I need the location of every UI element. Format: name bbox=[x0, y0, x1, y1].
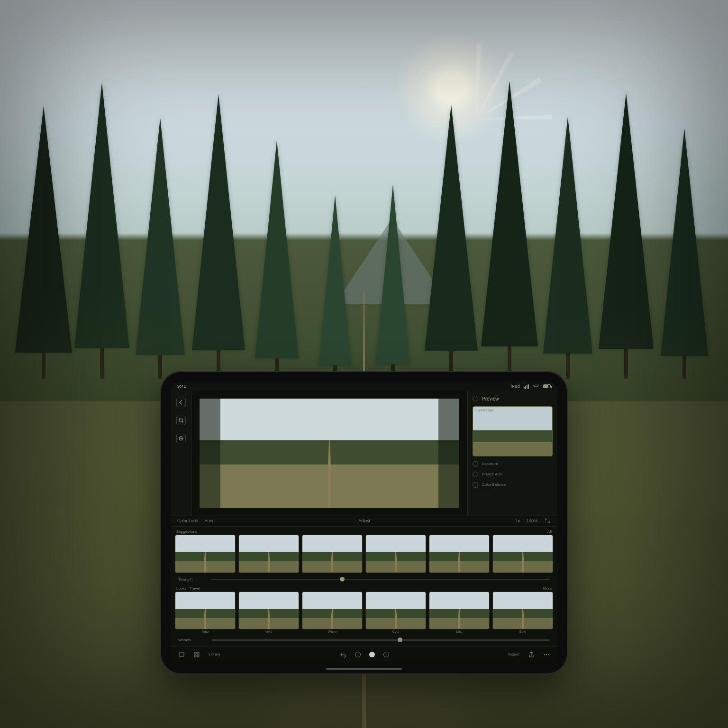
strip1-title: Suggestions bbox=[176, 529, 197, 534]
grid-icon[interactable] bbox=[193, 651, 200, 658]
adjust-icon[interactable] bbox=[176, 434, 186, 443]
tablet-device: 9:41 iPad bbox=[160, 371, 568, 674]
thumb[interactable] bbox=[302, 535, 362, 573]
thumb[interactable] bbox=[175, 535, 235, 573]
back-icon[interactable] bbox=[176, 398, 186, 407]
strip2-title: Looks · Travel bbox=[176, 586, 200, 591]
signal-icon bbox=[524, 384, 529, 389]
thumb-label: Cool bbox=[366, 630, 426, 633]
editor-area: Preview Landscape Exposure Preset: Auto bbox=[171, 391, 557, 516]
thumb[interactable] bbox=[239, 535, 299, 573]
svg-point-4 bbox=[548, 654, 549, 655]
preset-icon bbox=[473, 472, 478, 477]
wifi-icon bbox=[533, 383, 539, 390]
infostrip-center: Adjust bbox=[358, 519, 370, 523]
thumb[interactable] bbox=[493, 592, 553, 629]
info-strip: Color Look Auto Adjust 1x 100% bbox=[171, 516, 557, 527]
slider-warmth-label: Warmth bbox=[178, 638, 207, 642]
inspector-thumbnail[interactable] bbox=[473, 406, 553, 456]
thumb-label: Vivid bbox=[239, 630, 299, 633]
inspector-title: Preview bbox=[482, 396, 499, 401]
slider-handle[interactable] bbox=[340, 577, 345, 582]
strip2-thumbs: Auto Vivid Warm Cool Mist Bold bbox=[175, 592, 553, 634]
thumb[interactable] bbox=[175, 592, 235, 629]
app-screen: 9:41 iPad bbox=[171, 382, 557, 662]
strip1-more[interactable]: All bbox=[547, 529, 552, 534]
inspector-row-color[interactable]: Color Balance bbox=[473, 482, 553, 488]
preview-photo bbox=[200, 399, 459, 508]
thumb[interactable] bbox=[366, 535, 426, 573]
bottom-dock: Library Export bbox=[171, 646, 557, 662]
color-label: Color Balance bbox=[482, 482, 506, 487]
crop-icon[interactable] bbox=[176, 416, 186, 425]
status-bar: 9:41 iPad bbox=[171, 382, 557, 391]
svg-point-2 bbox=[544, 654, 545, 655]
preset-label: Preset: Auto bbox=[482, 472, 503, 476]
infostrip-zoom-pct[interactable]: 100% bbox=[527, 519, 537, 523]
battery-icon bbox=[543, 384, 551, 388]
expand-icon[interactable] bbox=[544, 518, 551, 524]
exposure-icon bbox=[473, 461, 478, 467]
filmstrip-row-2: Looks · Travel More Auto Vivid Warm Cool… bbox=[175, 586, 553, 634]
status-carrier: iPad bbox=[511, 384, 520, 389]
slider-strength-label: Strength bbox=[178, 577, 207, 582]
strip2-more[interactable]: More bbox=[543, 586, 552, 591]
exposure-label: Exposure bbox=[482, 462, 498, 466]
thumb[interactable] bbox=[429, 535, 489, 573]
strip1-thumbs bbox=[175, 535, 553, 573]
left-tool-rail bbox=[171, 391, 191, 516]
inspector-header: Preview bbox=[473, 396, 553, 401]
thumb-label: Auto bbox=[175, 630, 235, 633]
thumb[interactable] bbox=[429, 592, 489, 629]
dock-page-dot-1[interactable] bbox=[355, 652, 361, 657]
undo-icon[interactable] bbox=[340, 651, 346, 658]
dock-page-dot-3[interactable] bbox=[383, 652, 389, 657]
thumb[interactable] bbox=[493, 535, 553, 573]
dock-left-hint: Library bbox=[209, 652, 220, 656]
dock-right-hint: Export bbox=[509, 652, 519, 656]
thumb-label: Mist bbox=[429, 630, 489, 633]
more-icon[interactable] bbox=[543, 651, 550, 658]
slider-strength[interactable]: Strength bbox=[175, 575, 553, 583]
thumb-label: Warm bbox=[302, 630, 362, 633]
slider-warmth-track[interactable] bbox=[211, 639, 550, 641]
thumb[interactable] bbox=[239, 592, 299, 629]
inspector-row-preset[interactable]: Preset: Auto bbox=[473, 472, 553, 477]
status-time: 9:41 bbox=[177, 384, 186, 389]
home-indicator[interactable] bbox=[326, 668, 402, 670]
thumb[interactable] bbox=[366, 592, 426, 629]
dock-page-dot-2-active[interactable] bbox=[369, 652, 375, 657]
svg-point-3 bbox=[546, 654, 547, 655]
infostrip-label-look[interactable]: Color Look bbox=[177, 519, 198, 523]
library-icon[interactable] bbox=[178, 651, 185, 658]
inspector-panel: Preview Landscape Exposure Preset: Auto bbox=[467, 391, 557, 516]
slider-handle[interactable] bbox=[398, 637, 402, 642]
svg-rect-1 bbox=[179, 653, 184, 656]
color-icon bbox=[473, 482, 478, 488]
preset-badge: Landscape bbox=[475, 408, 494, 412]
infostrip-label-auto[interactable]: Auto bbox=[205, 519, 214, 523]
inspector-row-exposure[interactable]: Exposure bbox=[473, 461, 553, 467]
filmstrip-row-1: Suggestions All bbox=[175, 529, 553, 573]
scene-background: (function(){ const host=document.current… bbox=[0, 0, 728, 728]
infostrip-zoom-1x[interactable]: 1x bbox=[515, 519, 520, 523]
thumb-label: Bold bbox=[493, 630, 553, 633]
thumb[interactable] bbox=[302, 592, 362, 629]
slider-strength-track[interactable] bbox=[211, 579, 550, 580]
preview-toggle-icon[interactable] bbox=[473, 396, 478, 401]
preview-canvas[interactable] bbox=[191, 391, 467, 516]
slider-warmth[interactable]: Warmth bbox=[175, 636, 553, 644]
share-icon[interactable] bbox=[528, 651, 535, 658]
filmstrip-area: Suggestions All Strength bbox=[171, 527, 557, 646]
